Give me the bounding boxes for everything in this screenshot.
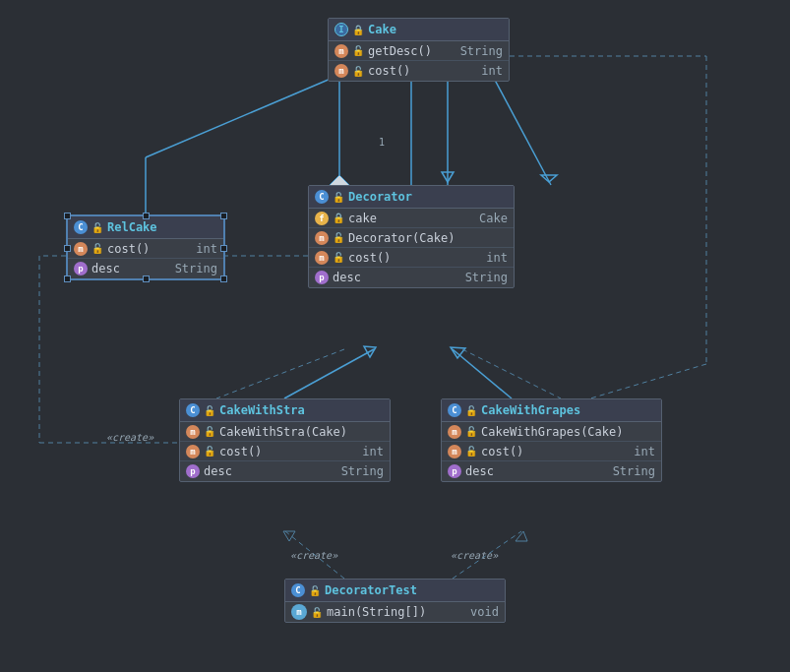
cakewithgrapes-m2-vis: 🔓 [465, 446, 477, 457]
relcake-p1-type: String [175, 262, 217, 275]
cakewithstra-prop-desc: p desc String [180, 461, 390, 481]
cakewithgrapes-class-name: CakeWithGrapes [481, 403, 580, 417]
cake-class-box[interactable]: I 🔒 Cake m 🔓 getDesc() String m 🔓 cost()… [328, 18, 510, 82]
cakewithgrapes-m1-icon: m [448, 425, 461, 439]
decorator-m2-name: cost() [348, 251, 482, 265]
decoratortest-class-box[interactable]: C 🔓 DecoratorTest m 🔓 main(String[]) voi… [284, 579, 506, 623]
svg-line-20 [590, 364, 706, 398]
decoratortest-m1-icon: m [291, 604, 307, 620]
handle-tr[interactable] [220, 213, 227, 219]
relcake-p1-name: desc [91, 262, 171, 275]
cake-m2-vis: 🔓 [352, 66, 364, 77]
svg-marker-29 [516, 531, 527, 541]
cakewithgrapes-class-header: C 🔓 CakeWithGrapes [442, 399, 661, 422]
decorator-method-constructor: m 🔓 Decorator(Cake) [309, 228, 514, 248]
cakewithgrapes-m1-name: CakeWithGrapes(Cake) [481, 425, 655, 439]
cakewithstra-class-icon: C [186, 403, 200, 417]
decorator-m2-icon: m [315, 251, 329, 265]
decorator-field-cake: f 🔒 cake Cake [309, 209, 514, 228]
decoratortest-m1-type: void [470, 605, 499, 619]
handle-ml[interactable] [64, 245, 71, 252]
svg-line-25 [462, 349, 561, 398]
cakewithgrapes-m1-vis: 🔓 [465, 426, 477, 437]
svg-line-12 [284, 349, 374, 398]
cakewithstra-class-header: C 🔓 CakeWithStra [180, 399, 390, 422]
cakewithgrapes-p1-type: String [613, 464, 655, 478]
cakewithstra-p1-icon: p [186, 464, 200, 478]
cakewithstra-p1-name: desc [204, 464, 337, 478]
cakewithgrapes-m2-type: int [634, 445, 655, 458]
svg-text:«create»: «create» [290, 550, 338, 561]
cakewithgrapes-class-icon: C [448, 403, 461, 417]
decorator-class-box[interactable]: C 🔓 Decorator f 🔒 cake Cake m 🔓 Decorato… [308, 185, 515, 288]
handle-mr[interactable] [220, 245, 227, 252]
cakewithstra-class-box[interactable]: C 🔓 CakeWithStra m 🔓 CakeWithStra(Cake) … [179, 398, 391, 482]
relcake-class-name: RelCake [107, 220, 157, 234]
handle-br[interactable] [220, 275, 227, 282]
cake-m2-name: cost() [368, 64, 477, 78]
decorator-p1-type: String [465, 271, 508, 284]
decorator-class-icon: C [315, 190, 329, 204]
cakewithstra-m2-icon: m [186, 445, 200, 458]
decorator-method-cost: m 🔓 cost() int [309, 248, 514, 268]
cakewithstra-m1-vis: 🔓 [204, 426, 215, 437]
cakewithstra-vis-icon: 🔓 [204, 405, 215, 416]
svg-marker-9 [442, 172, 454, 182]
relcake-m1-vis: 🔓 [91, 243, 103, 254]
cakewithgrapes-method-constructor: m 🔓 CakeWithGrapes(Cake) [442, 422, 661, 442]
cakewithgrapes-vis-icon: 🔓 [465, 405, 477, 416]
relationship-lines: «create» «create» «create» 1 [0, 0, 790, 672]
decoratortest-class-name: DecoratorTest [325, 583, 417, 597]
svg-line-14 [453, 349, 512, 398]
decorator-p1-name: desc [333, 271, 461, 284]
cake-m1-icon: m [334, 44, 348, 58]
svg-marker-15 [451, 347, 465, 358]
cakewithstra-p1-type: String [341, 464, 384, 478]
cakewithgrapes-p1-icon: p [448, 464, 461, 478]
decorator-f1-type: Cake [479, 212, 508, 225]
cakewithgrapes-class-box[interactable]: C 🔓 CakeWithGrapes m 🔓 CakeWithGrapes(Ca… [441, 398, 662, 482]
decorator-m2-vis: 🔓 [333, 252, 344, 263]
decorator-p1-icon: p [315, 271, 329, 284]
decoratortest-m1-vis: 🔓 [311, 607, 323, 618]
handle-tm[interactable] [143, 213, 150, 219]
decoratortest-method-main: m 🔓 main(String[]) void [285, 602, 505, 622]
cake-m1-vis: 🔓 [352, 45, 364, 56]
cake-method-cost: m 🔓 cost() int [329, 61, 509, 81]
cake-m2-icon: m [334, 64, 348, 78]
handle-tl[interactable] [64, 213, 71, 219]
svg-line-28 [453, 531, 521, 579]
decorator-vis-icon: 🔓 [333, 192, 344, 203]
decoratortest-class-icon: C [291, 583, 305, 597]
decorator-m1-vis: 🔓 [333, 232, 344, 243]
decorator-m1-name: Decorator(Cake) [348, 231, 508, 245]
cake-method-getdesc: m 🔓 getDesc() String [329, 41, 509, 61]
relcake-class-box[interactable]: C 🔓 RelCake m 🔓 cost() int p desc String [66, 214, 225, 280]
cakewithstra-class-name: CakeWithStra [219, 403, 305, 417]
cake-m2-type: int [481, 64, 503, 78]
relcake-method-cost: m 🔓 cost() int [68, 239, 223, 259]
decoratortest-m1-name: main(String[]) [327, 605, 466, 619]
cakewithgrapes-prop-desc: p desc String [442, 461, 661, 481]
decorator-class-header: C 🔓 Decorator [309, 186, 514, 209]
cakewithgrapes-m2-icon: m [448, 445, 461, 458]
decoratortest-vis-icon: 🔓 [309, 585, 321, 596]
svg-text:«create»: «create» [451, 550, 499, 561]
decorator-m2-type: int [486, 251, 508, 265]
decorator-f1-name: cake [348, 212, 475, 225]
cakewithstra-m2-name: cost() [219, 445, 358, 458]
cakewithgrapes-m2-name: cost() [481, 445, 630, 458]
handle-bl[interactable] [64, 275, 71, 282]
cakewithstra-method-constructor: m 🔓 CakeWithStra(Cake) [180, 422, 390, 442]
relcake-vis-icon: 🔓 [91, 222, 103, 233]
relcake-m1-name: cost() [107, 242, 192, 256]
decoratortest-class-header: C 🔓 DecoratorTest [285, 580, 505, 602]
cakewithstra-method-cost: m 🔓 cost() int [180, 442, 390, 461]
decorator-f1-icon: f [315, 212, 329, 225]
handle-bm[interactable] [143, 275, 150, 282]
cake-m1-name: getDesc() [368, 44, 456, 58]
cakewithgrapes-p1-name: desc [465, 464, 609, 478]
decorator-prop-desc: p desc String [309, 268, 514, 287]
cake-class-header: I 🔒 Cake [329, 19, 509, 41]
cakewithgrapes-method-cost: m 🔓 cost() int [442, 442, 661, 461]
